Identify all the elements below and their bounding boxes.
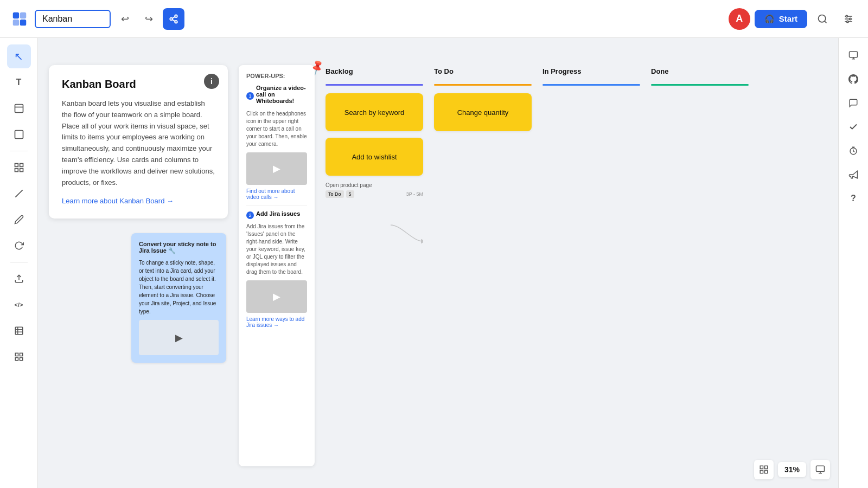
- card-change-quantity[interactable]: Change quantity: [434, 93, 532, 131]
- open-product-page: Open product page: [326, 182, 423, 188]
- arrow-connector: [391, 222, 423, 244]
- right-sidebar: ?: [838, 38, 868, 488]
- frame-control-button[interactable]: [754, 460, 774, 479]
- tool-rotate[interactable]: [7, 234, 31, 258]
- svg-rect-42: [760, 471, 763, 473]
- col-backlog-line: [326, 84, 423, 86]
- col-backlog-header: Backlog: [326, 65, 423, 78]
- svg-rect-0: [13, 12, 19, 18]
- tool-code[interactable]: </>: [7, 293, 31, 317]
- logo-button[interactable]: [9, 8, 30, 30]
- right-tool-check[interactable]: [843, 116, 864, 138]
- svg-rect-22: [15, 169, 18, 172]
- right-tool-screen[interactable]: [843, 44, 864, 66]
- sticky-note-text: To change a sticky note, shape, or text …: [139, 259, 219, 316]
- tool-line[interactable]: [7, 182, 31, 206]
- headphones-icon: 🎧: [764, 14, 775, 24]
- svg-point-9: [819, 15, 826, 22]
- svg-line-8: [172, 16, 175, 18]
- redo-button[interactable]: ↪: [139, 9, 158, 29]
- section-divider: [246, 206, 307, 206]
- start-button[interactable]: 🎧 Start: [755, 10, 807, 28]
- powerup-1-icon: 1: [246, 92, 254, 100]
- kanban-info-panel: i Kanban Board Kanban board lets you vis…: [49, 65, 228, 219]
- tool-table[interactable]: [7, 319, 31, 343]
- column-inprogress: In Progress: [542, 65, 640, 477]
- svg-rect-23: [20, 169, 23, 172]
- left-sidebar: ↖ T </>: [0, 38, 38, 488]
- svg-rect-1: [20, 12, 26, 18]
- share-button[interactable]: [163, 8, 184, 30]
- powerup-2-video[interactable]: ▶: [246, 280, 307, 313]
- settings-button[interactable]: [838, 8, 859, 30]
- present-button[interactable]: [810, 460, 830, 479]
- tool-sticky[interactable]: [7, 97, 31, 120]
- search-button[interactable]: [812, 8, 833, 30]
- powerups-panel: POWER-UPS: 1 Organize a video-call on Wh…: [239, 65, 315, 466]
- svg-rect-32: [15, 358, 18, 361]
- svg-point-15: [850, 18, 851, 20]
- svg-rect-41: [764, 466, 767, 468]
- sidebar-divider-1: [10, 151, 28, 151]
- powerup-1-link[interactable]: Find out more about video calls →: [246, 188, 307, 200]
- right-tool-github[interactable]: [843, 68, 864, 90]
- sticky-note-panel: Convert your sticky note to Jira Issue 🔧…: [131, 233, 226, 363]
- tool-import[interactable]: [7, 267, 31, 291]
- undo-button[interactable]: ↩: [115, 9, 135, 29]
- powerup-1-title: Organize a video-call on Whiteboards!: [256, 85, 307, 104]
- svg-line-7: [172, 20, 175, 21]
- toolbar: ↩ ↪ A 🎧 Start: [0, 0, 868, 38]
- svg-rect-31: [20, 353, 22, 356]
- powerups-title: POWER-UPS:: [246, 73, 307, 79]
- svg-point-14: [846, 15, 847, 17]
- svg-rect-2: [13, 19, 19, 25]
- canvas[interactable]: i Kanban Board Kanban board lets you vis…: [38, 38, 838, 488]
- right-tool-megaphone[interactable]: [843, 164, 864, 185]
- col-todo-header: To Do: [434, 65, 532, 78]
- board-title-input[interactable]: [35, 10, 111, 28]
- kanban-board-title: Kanban Board: [62, 78, 215, 91]
- column-done: Done: [651, 65, 749, 477]
- col-done-header: Done: [651, 65, 749, 78]
- svg-point-4: [175, 15, 177, 17]
- tool-grid[interactable]: [7, 345, 31, 369]
- tool-shape[interactable]: [7, 123, 31, 146]
- avatar: A: [729, 8, 750, 30]
- learn-more-link[interactable]: Learn more about Kanban Board →: [62, 197, 174, 205]
- col-done-line: [651, 84, 749, 86]
- svg-rect-40: [760, 466, 763, 468]
- tag-todo: To Do: [326, 190, 344, 198]
- play-icon-2: ▶: [273, 291, 280, 303]
- column-backlog: Backlog Search by keyword Add to wishlis…: [326, 65, 423, 477]
- powerup-2-icon: 2: [246, 211, 254, 219]
- column-todo: To Do Change quantity: [434, 65, 532, 477]
- tool-frame[interactable]: [7, 156, 31, 179]
- col-inprogress-header: In Progress: [542, 65, 640, 78]
- svg-rect-20: [15, 164, 18, 167]
- svg-rect-44: [816, 466, 825, 472]
- powerup-1-video[interactable]: ▶: [246, 152, 307, 185]
- right-tool-chat[interactable]: [843, 92, 864, 114]
- card-add-to-wishlist[interactable]: Add to wishlist: [326, 138, 423, 176]
- zoom-level[interactable]: 31%: [778, 462, 806, 477]
- sticky-note-title: Convert your sticky note to Jira Issue 🔧: [139, 241, 219, 254]
- svg-point-6: [175, 21, 177, 23]
- tool-text[interactable]: T: [7, 70, 31, 94]
- col-inprogress-line: [542, 84, 640, 86]
- powerup-2-link[interactable]: Learn more ways to add Jira issues →: [246, 316, 307, 328]
- kanban-description: Kanban board lets you visualise and esta…: [62, 98, 215, 188]
- play-icon-sticky: ▶: [175, 332, 183, 344]
- kanban-board: Backlog Search by keyword Add to wishlis…: [326, 65, 833, 477]
- powerup-2-title: Add Jira issues: [256, 210, 300, 217]
- tool-pen[interactable]: [7, 208, 31, 232]
- svg-line-24: [15, 190, 22, 197]
- right-tool-help[interactable]: ?: [843, 188, 864, 209]
- sticky-note-video[interactable]: ▶: [139, 320, 219, 355]
- right-tool-timer[interactable]: [843, 140, 864, 162]
- svg-rect-43: [764, 471, 767, 473]
- tool-select[interactable]: ↖: [7, 44, 31, 68]
- svg-rect-17: [15, 105, 23, 113]
- sp-label: 3P - 5M: [406, 191, 423, 197]
- backlog-tags-row: To Do 5 3P - 5M: [326, 190, 423, 198]
- card-search-by-keyword[interactable]: Search by keyword: [326, 93, 423, 131]
